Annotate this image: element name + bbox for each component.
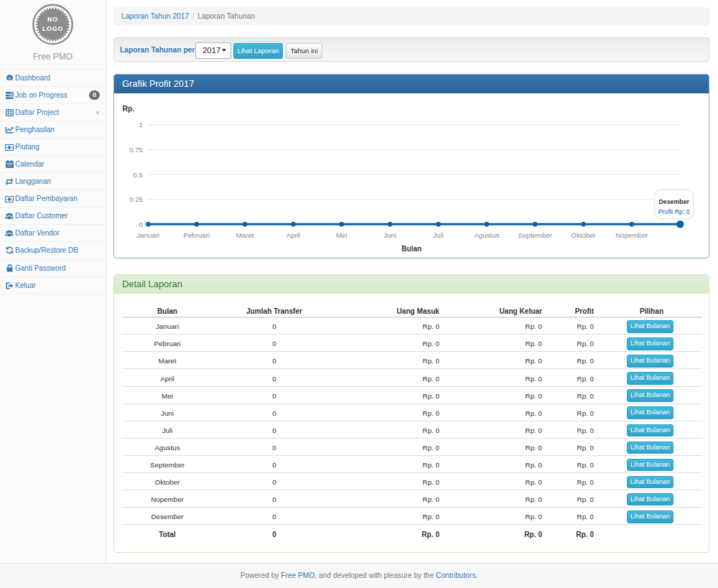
svg-text:Oktober: Oktober <box>571 231 596 239</box>
svg-text:April: April <box>286 231 300 239</box>
svg-text:September: September <box>518 231 553 239</box>
svg-text:Mei: Mei <box>336 231 348 239</box>
svg-text:Juni: Juni <box>383 231 396 239</box>
svg-text:Rp.: Rp. <box>122 104 134 113</box>
svg-text:Desember: Desember <box>658 198 689 205</box>
svg-text:Januari: Januari <box>137 231 160 239</box>
svg-text:0.5: 0.5 <box>134 171 143 179</box>
svg-text:Agustus: Agustus <box>474 231 499 239</box>
svg-text:LOGO: LOGO <box>42 25 63 32</box>
svg-text:Pebruari: Pebruari <box>183 231 210 239</box>
svg-text:NO: NO <box>47 16 58 23</box>
svg-text:Maret: Maret <box>236 231 254 239</box>
svg-text:Bulan: Bulan <box>401 245 421 253</box>
svg-text:1: 1 <box>139 121 143 129</box>
svg-text:Juli: Juli <box>433 231 444 239</box>
svg-text:Nopember: Nopember <box>615 231 648 239</box>
svg-text:0.25: 0.25 <box>129 195 143 203</box>
svg-text:0: 0 <box>139 220 144 228</box>
svg-text:0.75: 0.75 <box>129 146 143 154</box>
svg-text:Profit Rp: 0: Profit Rp: 0 <box>658 208 690 215</box>
